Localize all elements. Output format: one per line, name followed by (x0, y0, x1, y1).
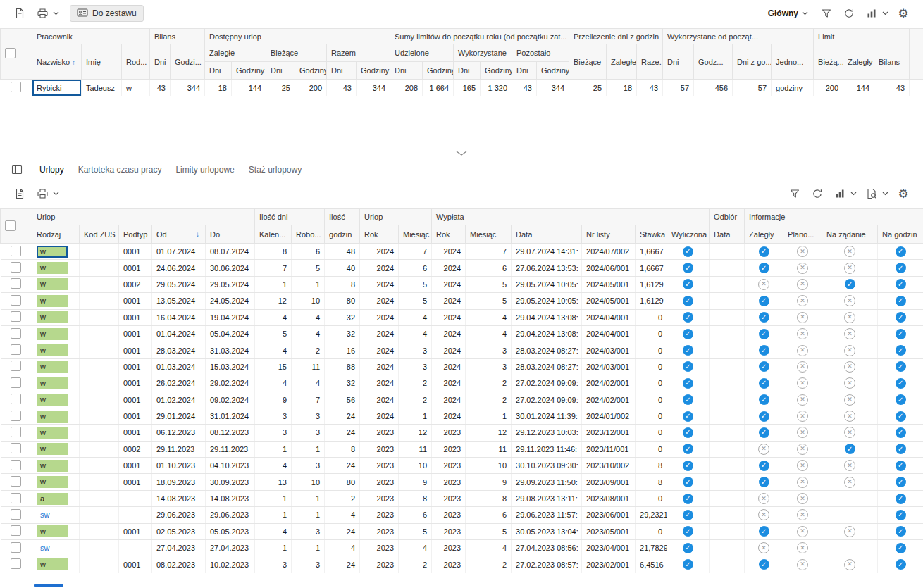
cell-pozostalo-godziny[interactable]: 344 (537, 80, 569, 96)
cell-robocze[interactable]: 4 (292, 309, 325, 325)
cell-robocze[interactable]: 2 (292, 342, 325, 358)
cell-na-zadanie[interactable]: ✕ (822, 474, 878, 490)
cell-nazwisko[interactable]: Rybicki (32, 80, 82, 96)
col-header-bilans-godziny[interactable]: Godzi... (171, 44, 205, 80)
cell-miesiac-urlopu[interactable]: 9 (399, 474, 432, 490)
cell-kalendarzowe[interactable]: 12 (255, 293, 292, 309)
cell-podtyp[interactable]: 0001 (119, 309, 152, 325)
cell-podtyp[interactable]: 0001 (119, 425, 152, 441)
cell-od[interactable]: 16.04.2024 (152, 309, 206, 325)
cell-rodzaj[interactable]: w (32, 309, 80, 325)
cell-stawka[interactable]: 0 (636, 309, 667, 325)
cell-rok-urlopu[interactable]: 2023 (360, 458, 399, 474)
cell-kalendarzowe[interactable]: 4 (255, 523, 292, 539)
cell-kod-zus[interactable] (80, 523, 119, 539)
cell-nr-listy[interactable]: 2024/05/001 (582, 293, 636, 309)
cell-wykorzystane-dni[interactable]: 165 (454, 80, 481, 96)
cell-nr-listy[interactable]: 2023/02/001 (582, 556, 636, 573)
cell-podtyp[interactable]: 0001 (119, 392, 152, 408)
cell-kalendarzowe[interactable]: 7 (255, 260, 292, 276)
cell-na-zadanie[interactable] (822, 507, 878, 523)
cell-miesiac-wyplaty[interactable]: 4 (466, 540, 512, 556)
cell-stawka[interactable]: 0 (636, 523, 667, 539)
cell-biezace-dni[interactable]: 25 (266, 80, 295, 96)
cell-do[interactable]: 08.07.2024 (206, 244, 255, 260)
leave-row[interactable]: w000108.02.202310.02.2023332420232202322… (1, 556, 923, 573)
col-header-data-wyplaty[interactable]: Data (512, 225, 582, 244)
cell-rodzaj[interactable]: w (32, 260, 80, 276)
cell-miesiac-wyplaty[interactable]: 12 (466, 425, 512, 441)
cell-rok-wyplaty[interactable]: 2023 (432, 441, 466, 457)
tab-urlopy[interactable]: Urlopy (39, 165, 64, 175)
cell-godzin[interactable]: 4 (325, 540, 360, 556)
cell-rok-urlopu[interactable]: 2024 (360, 408, 399, 424)
cell-stawka[interactable]: 0 (636, 358, 667, 375)
cell-pozostalo-dni[interactable]: 43 (512, 80, 537, 96)
print-dropdown-chevron-icon[interactable] (51, 185, 60, 202)
cell-miesiac-urlopu[interactable]: 2 (399, 392, 432, 408)
cell-od[interactable]: 06.12.2023 (152, 425, 206, 441)
leave-type-chip[interactable]: w (37, 311, 68, 323)
cell-rodzaj[interactable]: w (32, 375, 80, 392)
cell-godzin[interactable]: 32 (325, 375, 360, 392)
cell-zalegly[interactable]: ✓ (745, 458, 783, 474)
col-header-biezace-dni[interactable]: Dni (266, 62, 295, 80)
cell-zalegly[interactable]: ✓ (745, 260, 783, 276)
cell-kalendarzowe[interactable]: 3 (255, 408, 292, 424)
cell-na-zadanie[interactable]: ✓ (822, 441, 878, 457)
open-icon[interactable] (11, 185, 28, 202)
cell-planowany[interactable]: ✕ (783, 540, 822, 556)
cell-rodzaj[interactable]: w (32, 425, 80, 441)
cell-rok-wyplaty[interactable]: 2024 (432, 375, 466, 392)
cell-planowany[interactable]: ✕ (783, 474, 822, 490)
cell-kalendarzowe[interactable]: 1 (255, 540, 292, 556)
col-header-wyk-dni-z-godzin[interactable]: Dni z go... (733, 44, 772, 80)
cell-data-wyplaty[interactable]: 27.04.2023 08:56: (512, 540, 582, 556)
cell-miesiac-wyplaty[interactable]: 2 (466, 375, 512, 392)
cell-miesiac-urlopu[interactable]: 4 (399, 325, 432, 342)
cell-rok-wyplaty[interactable]: 2024 (432, 342, 466, 358)
chart-dropdown-chevron-icon[interactable] (881, 5, 889, 22)
cell-na-godzine[interactable]: ✓ (878, 244, 923, 260)
cell-wyliczona[interactable]: ✓ (667, 392, 710, 408)
row-checkbox[interactable] (11, 394, 21, 404)
cell-zalegly[interactable]: ✓ (745, 342, 783, 358)
cell-miesiac-urlopu[interactable]: 5 (399, 276, 432, 292)
col-header-rok-wyplaty[interactable]: Rok (432, 225, 466, 244)
col-header-miesiac-wyplaty[interactable]: Miesiąc (466, 225, 512, 244)
cell-kod-zus[interactable] (80, 474, 119, 490)
row-checkbox[interactable] (11, 476, 21, 487)
cell-rok-urlopu[interactable]: 2023 (360, 425, 399, 441)
cell-od[interactable]: 01.10.2023 (152, 458, 206, 474)
row-checkbox[interactable] (11, 295, 21, 306)
cell-podtyp[interactable] (119, 540, 152, 556)
cell-rok-urlopu[interactable]: 2024 (360, 276, 399, 292)
cell-planowany[interactable]: ✕ (783, 523, 822, 539)
cell-na-godzine[interactable]: ✓ (878, 523, 923, 539)
cell-data-wyplaty[interactable]: 29.05.2024 10:05: (512, 293, 582, 309)
cell-do[interactable]: 19.04.2024 (206, 309, 255, 325)
cell-nr-listy[interactable]: 2024/03/001 (582, 342, 636, 358)
cell-na-zadanie[interactable]: ✕ (822, 392, 878, 408)
cell-zalegly[interactable]: ✕ (745, 441, 783, 457)
cell-data-odbioru[interactable] (710, 441, 745, 457)
cell-data-odbioru[interactable] (710, 556, 745, 573)
print-icon[interactable] (34, 5, 51, 22)
cell-przeliczenie-biezace[interactable]: 25 (569, 80, 607, 96)
cell-miesiac-urlopu[interactable]: 5 (399, 293, 432, 309)
cell-podtyp[interactable]: 0001 (119, 408, 152, 424)
cell-godzin[interactable]: 24 (325, 556, 360, 573)
cell-do[interactable]: 31.03.2024 (206, 342, 255, 358)
cell-rok-urlopu[interactable]: 2023 (360, 540, 399, 556)
cell-data-odbioru[interactable] (710, 392, 745, 408)
cell-podtyp[interactable]: 0002 (119, 441, 152, 457)
cell-do[interactable]: 29.06.2023 (206, 507, 255, 523)
cell-rok-wyplaty[interactable]: 2024 (432, 309, 466, 325)
cell-na-zadanie[interactable] (822, 490, 878, 506)
refresh-icon[interactable] (841, 5, 857, 22)
col-header-wykorzystane-dni[interactable]: Dni (454, 62, 481, 80)
cell-data-wyplaty[interactable]: 27.02.2024 09:09: (512, 375, 582, 392)
col-header-wyk-dni[interactable]: Dni (663, 44, 694, 80)
cell-robocze[interactable]: 10 (292, 293, 325, 309)
employee-row[interactable]: Rybicki Tadeusz w 43 344 18 144 25 200 4… (1, 80, 923, 96)
